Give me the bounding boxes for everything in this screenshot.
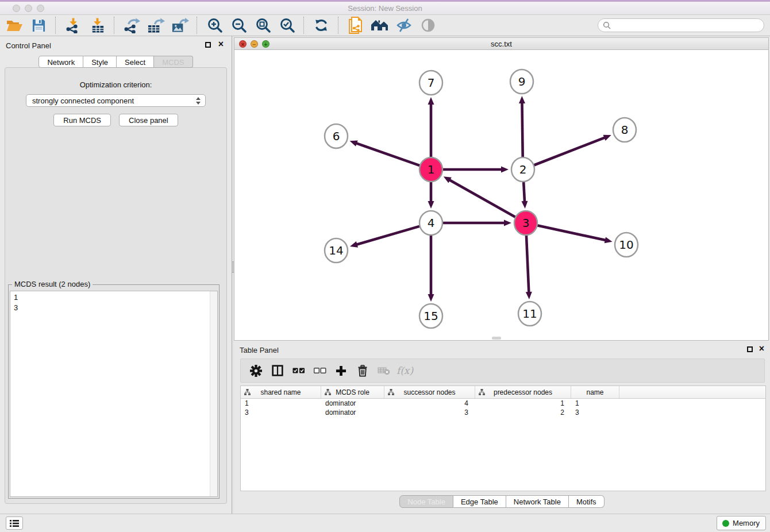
memory-button[interactable]: Memory — [717, 516, 766, 530]
show-column-button[interactable] — [267, 360, 288, 381]
apply-layout-button[interactable] — [309, 16, 333, 35]
toggle-graphics-details-button[interactable] — [392, 16, 416, 35]
home-button[interactable] — [368, 16, 392, 35]
table-cell[interactable]: 3 — [571, 408, 619, 417]
graph-node-7[interactable]: 7 — [419, 71, 442, 95]
column-header-MCDS-role[interactable]: MCDS role — [321, 386, 384, 398]
graph-node-2[interactable]: 2 — [511, 157, 534, 182]
zoom-fit-button[interactable] — [251, 16, 275, 35]
canvas-resize-handle[interactable] — [492, 337, 501, 340]
table-cell[interactable]: 1 — [571, 399, 619, 408]
zoom-selected-button[interactable] — [275, 16, 299, 35]
table-settings-button[interactable] — [245, 360, 267, 381]
table-cell[interactable]: 3 — [384, 408, 475, 417]
search-box[interactable] — [598, 18, 764, 32]
save-session-button[interactable] — [26, 16, 51, 35]
zoom-in-button[interactable] — [202, 16, 226, 35]
mcds-result-text[interactable]: 1 3 — [10, 291, 210, 496]
svg-text:14: 14 — [329, 244, 343, 257]
tab-node-table[interactable]: Node Table — [399, 495, 453, 508]
graph-node-11[interactable]: 11 — [518, 302, 541, 326]
graph-edge-arrowhead — [526, 292, 532, 299]
network-graph[interactable]: 7968124314101511 — [234, 50, 768, 340]
graph-node-9[interactable]: 9 — [510, 70, 533, 94]
plus-icon — [336, 365, 346, 376]
table-body: 1dominator4113dominator323 — [241, 399, 765, 417]
graph-edge-2-3[interactable] — [523, 181, 525, 202]
graph-edge-3-10[interactable] — [537, 225, 606, 240]
table-cell[interactable]: 1 — [475, 399, 571, 408]
import-network-button[interactable] — [61, 16, 85, 35]
graph-edge-3-11[interactable] — [526, 234, 529, 293]
tab-mcds[interactable]: MCDS — [154, 56, 192, 68]
graph-node-15[interactable]: 15 — [419, 304, 442, 328]
tab-select[interactable]: Select — [117, 56, 154, 68]
table-tabs: Node Table Edge Table Network Table Moti… — [234, 495, 770, 508]
import-table-button[interactable] — [85, 16, 109, 35]
table-cell[interactable]: 1 — [241, 399, 321, 408]
svg-text:7: 7 — [428, 76, 435, 90]
export-image-icon — [171, 17, 189, 33]
network-view-window: × − + scc.txt 7968124314101511 — [234, 37, 769, 341]
export-network-button[interactable] — [120, 16, 144, 35]
criterion-select[interactable]: strongly connected component — [26, 94, 206, 107]
column-header-successor-nodes[interactable]: successor nodes — [384, 386, 475, 398]
close-panel-icon-button[interactable]: × — [218, 38, 224, 50]
table-cell[interactable]: 2 — [475, 408, 571, 417]
graph-edge-1-6[interactable] — [356, 143, 420, 165]
graph-node-8[interactable]: 8 — [613, 118, 636, 142]
graph-node-10[interactable]: 10 — [615, 233, 638, 257]
delete-table-button — [373, 360, 394, 381]
graph-edge-3-1[interactable] — [449, 180, 515, 218]
graph-node-1[interactable]: 1 — [419, 157, 442, 182]
create-column-button[interactable] — [330, 360, 352, 381]
run-mcds-button[interactable]: Run MCDS — [53, 114, 111, 126]
graph-edge-arrowhead — [504, 220, 511, 226]
graph-edge-2-9[interactable] — [522, 102, 522, 158]
graph-node-6[interactable]: 6 — [325, 124, 348, 148]
mcds-result-box[interactable]: 1 3 — [10, 291, 218, 497]
tab-network[interactable]: Network — [38, 56, 83, 68]
export-table-button[interactable] — [144, 16, 168, 35]
zoom-out-button[interactable] — [226, 16, 251, 35]
show-panels-button[interactable] — [6, 516, 23, 530]
table-cell[interactable]: 4 — [384, 399, 475, 408]
tab-style[interactable]: Style — [83, 56, 117, 68]
column-header-name[interactable]: name — [571, 386, 619, 398]
float-panel-button[interactable] — [205, 42, 211, 48]
status-bar: Memory — [0, 514, 770, 532]
graph-node-3[interactable]: 3 — [514, 211, 537, 235]
network-canvas[interactable]: 7968124314101511 — [234, 50, 769, 341]
float-table-panel-button[interactable] — [747, 346, 753, 352]
close-table-panel-button[interactable]: × — [759, 343, 764, 354]
unselect-all-columns-button[interactable] — [309, 360, 330, 381]
tab-network-table[interactable]: Network Table — [506, 495, 569, 508]
table-row[interactable]: 1dominator411 — [241, 399, 765, 408]
graph-edge-4-14[interactable] — [356, 226, 420, 245]
edit-column-icon — [244, 389, 251, 395]
delete-column-button[interactable] — [352, 360, 373, 381]
open-session-button[interactable] — [2, 16, 26, 35]
network-window-title: scc.txt — [234, 40, 768, 48]
graph-node-14[interactable]: 14 — [325, 238, 348, 263]
close-panel-button[interactable]: Close panel — [119, 114, 178, 126]
tab-edge-table[interactable]: Edge Table — [453, 495, 506, 508]
search-input[interactable] — [613, 20, 764, 31]
svg-text:10: 10 — [619, 238, 633, 252]
svg-text:15: 15 — [424, 309, 438, 323]
column-header-shared-name[interactable]: shared name — [241, 386, 321, 398]
select-all-columns-button[interactable] — [288, 360, 309, 381]
export-image-button[interactable] — [168, 16, 192, 35]
graph-node-4[interactable]: 4 — [419, 211, 442, 235]
table-cell[interactable]: dominator — [321, 399, 384, 408]
column-header-predecessor-nodes[interactable]: predecessor nodes — [475, 386, 571, 398]
graph-edge-2-8[interactable] — [534, 137, 606, 165]
svg-text:6: 6 — [333, 129, 340, 143]
table-cell[interactable]: 3 — [241, 408, 321, 417]
mcds-result-scrollbar[interactable] — [210, 291, 217, 496]
import-table-icon — [89, 17, 106, 33]
table-cell[interactable]: dominator — [321, 408, 384, 417]
tab-motifs[interactable]: Motifs — [569, 495, 605, 508]
table-row[interactable]: 3dominator323 — [241, 408, 765, 417]
clone-network-button[interactable] — [344, 16, 368, 35]
